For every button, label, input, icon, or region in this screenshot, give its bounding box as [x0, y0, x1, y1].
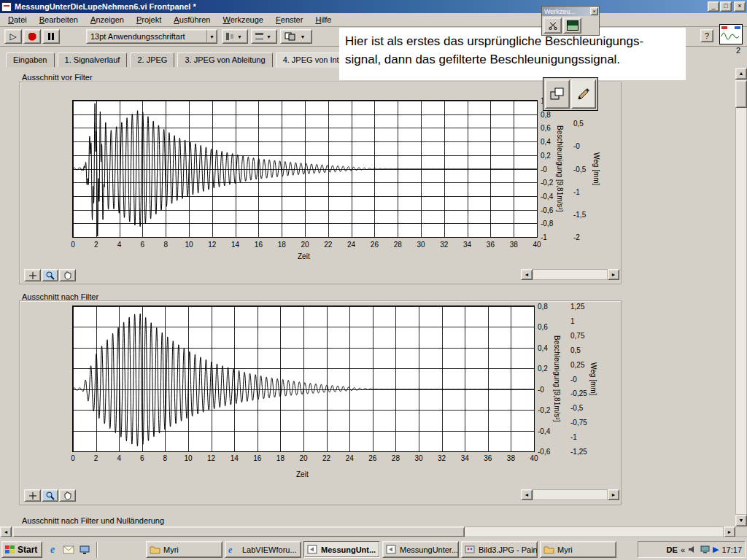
y-tick-label: 0,25	[570, 361, 584, 369]
x-tick-label: 34	[457, 454, 473, 462]
x-axis-label: Zeit	[296, 470, 309, 478]
x-tick-label: 6	[134, 241, 150, 249]
crosshair-cursor-icon	[28, 491, 37, 500]
window-title-bar[interactable]: MessungUnterDieLupeNehmen6.vi Frontpanel…	[0, 0, 747, 13]
annotation-line-1: Hier ist als erstes das ursprüngliche Be…	[345, 32, 680, 50]
y-tick-label: 0,5	[573, 120, 584, 128]
distribute-objects-dropdown[interactable]: ▼	[251, 29, 277, 44]
scroll-left-icon[interactable]: ◄	[521, 489, 533, 500]
scroll-thumb[interactable]	[12, 526, 465, 537]
stop-button[interactable]	[23, 29, 41, 44]
close-button[interactable]: ×	[734, 1, 746, 12]
taskbar-task-button[interactable]: MessungUnt...	[303, 541, 380, 558]
menu-datei[interactable]: Datei	[3, 13, 32, 26]
y-tick-label: -0,6	[538, 448, 550, 456]
scroll-left-icon[interactable]: ◄	[0, 526, 12, 537]
pause-button[interactable]	[42, 29, 60, 44]
taskbar-task-button[interactable]: MessungUnter...	[382, 541, 459, 558]
tools-palette[interactable]: Werkzeu... ×	[541, 6, 600, 36]
menu-werkzeuge[interactable]: Werkzeuge	[218, 13, 268, 26]
chevron-down-icon: ▼	[206, 30, 217, 43]
run-arrow-icon: ▷	[9, 31, 16, 42]
scroll-up-icon[interactable]: ▲	[735, 68, 747, 79]
menu-projekt[interactable]: Projekt	[131, 13, 166, 26]
context-help-button[interactable]: ?	[700, 29, 713, 42]
menu-bar: Datei Bearbeiten Anzeigen Projekt Ausfüh…	[0, 13, 747, 27]
scroll-track[interactable]	[533, 489, 608, 500]
monitor-icon[interactable]	[700, 545, 710, 553]
tab-signalverlauf[interactable]: 1. Signalverlauf	[58, 52, 128, 67]
pan-hand-button[interactable]	[59, 269, 76, 281]
menu-ausfuehren[interactable]: Ausführen	[169, 13, 215, 26]
vi-icon[interactable]	[719, 24, 743, 44]
x-tick-label: 20	[297, 241, 313, 249]
align-objects-dropdown[interactable]: ▼	[222, 29, 248, 44]
taskbar-divider	[96, 542, 98, 558]
annotation-line-2: signal, dann das gefilterte Beschleunigu…	[345, 50, 680, 69]
close-icon[interactable]: ×	[590, 7, 598, 15]
folder-icon	[150, 545, 160, 554]
pan-hand-button[interactable]	[59, 489, 76, 502]
tab-jpeg[interactable]: 2. JPEG	[130, 52, 174, 67]
tool-paintbrush-button[interactable]	[571, 79, 596, 109]
tab-eingaben[interactable]: Eingaben	[6, 52, 55, 67]
scroll-track[interactable]	[735, 79, 747, 515]
scroll-track[interactable]	[533, 269, 608, 280]
crosshair-cursor-button[interactable]	[24, 489, 41, 502]
quicklaunch-mail-icon[interactable]	[61, 542, 76, 557]
x-tick-label: 16	[249, 454, 266, 462]
media-play-icon[interactable]: ▶	[713, 545, 719, 554]
panel-vertical-scrollbar[interactable]: ▲ ▼	[735, 68, 747, 526]
run-button[interactable]: ▷	[4, 29, 22, 44]
chevron-left-icon[interactable]: «	[681, 545, 685, 554]
tool-operate-value-button[interactable]	[563, 18, 581, 34]
taskbar-task-button[interactable]: eLabVIEWforu...	[225, 541, 301, 558]
start-button[interactable]: Start	[1, 541, 42, 558]
panel-horizontal-scrollbar[interactable]: ◄ ►	[0, 526, 747, 537]
minimize-button[interactable]: _	[708, 1, 719, 12]
tools-palette-title-bar[interactable]: Werkzeu... ×	[542, 7, 599, 16]
menu-bearbeiten[interactable]: Bearbeiten	[34, 13, 83, 26]
scroll-down-icon[interactable]: ▼	[735, 515, 747, 526]
x-tick-label: 2	[88, 241, 104, 249]
quicklaunch-ie-icon[interactable]: e	[45, 542, 60, 557]
speaker-icon[interactable]	[688, 545, 697, 553]
y-tick-label: -0	[573, 142, 580, 150]
scroll-left-icon[interactable]: ◄	[521, 269, 533, 280]
scroll-thumb[interactable]	[735, 80, 747, 108]
y-tick-label: 0,2	[538, 365, 548, 373]
crosshair-cursor-button[interactable]	[24, 269, 41, 281]
zoom-button[interactable]	[42, 269, 58, 281]
tab-jpeg-ableitung[interactable]: 3. JPEG von Ableitung	[177, 52, 272, 67]
folder-icon	[543, 545, 554, 554]
quicklaunch-desktop-icon[interactable]	[77, 542, 92, 557]
x-tick-label: 16	[250, 241, 266, 249]
x-tick-label: 24	[341, 454, 357, 462]
taskbar-task-button[interactable]: Myri	[540, 541, 616, 558]
y-tick-label: -0,5	[570, 404, 583, 412]
scroll-right-icon[interactable]: ►	[724, 526, 735, 537]
tool-scissors-button[interactable]	[543, 18, 562, 34]
menu-fenster[interactable]: Fenster	[271, 13, 308, 26]
zoom-button[interactable]	[42, 489, 58, 502]
language-indicator[interactable]: DE	[667, 545, 678, 554]
y-axis-label: Weg [mm]	[592, 100, 600, 238]
tools-palette-section[interactable]	[543, 77, 598, 111]
y-tick-label: -1,25	[570, 448, 587, 456]
waveform-plot[interactable]	[72, 306, 535, 452]
waveform-canvas	[73, 306, 534, 451]
ie-icon: e	[228, 545, 239, 554]
font-selector-dropdown[interactable]: 13pt Anwendungsschriftart ▼	[86, 29, 217, 44]
x-tick-label: 30	[413, 241, 429, 249]
maximize-button[interactable]: □	[720, 1, 732, 12]
taskbar-task-button[interactable]: Myri	[146, 541, 222, 558]
taskbar-task-button[interactable]: Bild3.JPG - Paint	[461, 541, 538, 558]
reorder-dropdown[interactable]: ▼	[280, 29, 312, 44]
menu-anzeigen[interactable]: Anzeigen	[85, 13, 129, 26]
scroll-right-icon[interactable]: ►	[608, 489, 619, 500]
tool-auto-select-button[interactable]	[545, 79, 570, 109]
waveform-plot[interactable]	[72, 100, 538, 238]
menu-hilfe[interactable]: Hilfe	[310, 13, 336, 26]
x-tick-label: 22	[320, 241, 336, 249]
scroll-right-icon[interactable]: ►	[608, 269, 619, 280]
